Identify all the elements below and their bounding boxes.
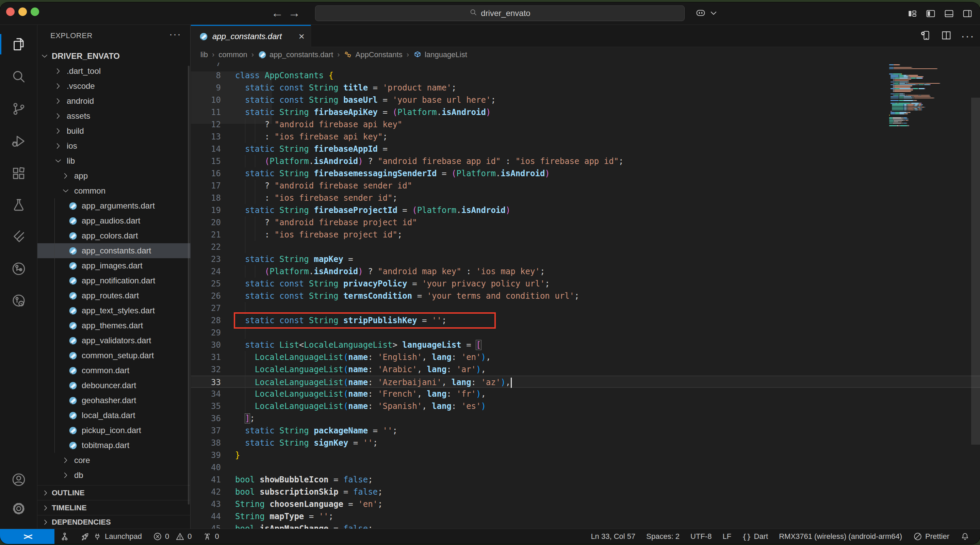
views-more-actions-icon[interactable]: ··· bbox=[169, 28, 181, 40]
formatter-status[interactable]: Prettier bbox=[907, 529, 955, 544]
toggle-secondary-sidebar-button[interactable] bbox=[961, 7, 974, 20]
code-line-34[interactable]: 34 LocaleLanguageList(name: 'French', la… bbox=[191, 388, 980, 400]
code-line-38[interactable]: 38 static String signKey = ''; bbox=[191, 437, 980, 449]
code-line-24[interactable]: 24 (Platform.isAndroid) ? "android map k… bbox=[191, 265, 980, 278]
sidebar-scrollbar[interactable] bbox=[188, 66, 189, 505]
copilot-menu-button[interactable] bbox=[695, 6, 719, 21]
code-line-16[interactable]: 16 static String firebasemessagingSender… bbox=[191, 167, 980, 180]
indentation-status[interactable]: Spaces: 2 bbox=[641, 529, 685, 544]
code-line-19[interactable]: 19 static String firebaseProjectId = (Pl… bbox=[191, 204, 980, 216]
code-line-11[interactable]: 11 static String firbaseApiKey = (Platfo… bbox=[191, 106, 980, 118]
code-line-31[interactable]: 31 LocaleLanguageList(name: 'English', l… bbox=[191, 351, 980, 363]
tree-item-app-text-styles-dart[interactable]: app_text_styles.dart bbox=[37, 303, 191, 318]
code-line-12[interactable]: 12 ? "android firebase api key" bbox=[191, 118, 980, 130]
split-editor-icon[interactable] bbox=[940, 30, 952, 43]
code-line-44[interactable]: 44String mapType = ''; bbox=[191, 510, 980, 523]
code-line-14[interactable]: 14 static String firebaseAppId = bbox=[191, 143, 980, 155]
account-icon[interactable] bbox=[0, 467, 37, 492]
tree-item-app-arguments-dart[interactable]: app_arguments.dart bbox=[37, 198, 191, 213]
code-line-8[interactable]: 8class AppConstants { bbox=[191, 69, 980, 82]
tree-item-pickup-icon-dart[interactable]: pickup_icon.dart bbox=[37, 423, 191, 438]
code-line-41[interactable]: 41bool showBubbleIcon = false; bbox=[191, 473, 980, 486]
section-timeline[interactable]: TIMELINE bbox=[37, 500, 191, 515]
code-line-33[interactable]: 33 LocaleLanguageList(name: 'Azerbaijani… bbox=[191, 376, 980, 388]
code-line-10[interactable]: 10 static const String baseUrl = 'your b… bbox=[191, 94, 980, 106]
code-line-40[interactable]: 40 bbox=[191, 461, 980, 473]
tree-item-lib[interactable]: lib bbox=[37, 153, 191, 168]
tree-item-app-validators-dart[interactable]: app_validators.dart bbox=[37, 333, 191, 348]
tree-item-app-routes-dart[interactable]: app_routes.dart bbox=[37, 288, 191, 303]
breadcrumb-item-appconstants[interactable]: AppConstants bbox=[344, 50, 402, 59]
activity-item-project-manager[interactable] bbox=[0, 256, 37, 281]
code-line-32[interactable]: 32 LocaleLanguageList(name: 'Arabic', la… bbox=[191, 363, 980, 376]
notifications-status[interactable] bbox=[955, 529, 975, 544]
eol-status[interactable]: LF bbox=[717, 529, 737, 544]
code-line-13[interactable]: 13 : "ios firebase api key"; bbox=[191, 130, 980, 143]
activity-item-extensions[interactable] bbox=[0, 161, 37, 186]
activity-item-run-debug[interactable] bbox=[0, 129, 37, 153]
tab-app-constants[interactable]: app_constants.dart × bbox=[191, 25, 311, 47]
breadcrumb-item-common[interactable]: common bbox=[218, 50, 247, 59]
code-line-17[interactable]: 17 ? "android firebase sender id" bbox=[191, 180, 980, 192]
code-line-39[interactable]: 39} bbox=[191, 449, 980, 461]
code-line-26[interactable]: 26 static const String termsCondition = … bbox=[191, 290, 980, 302]
traffic-minimize-button[interactable] bbox=[18, 8, 27, 16]
code-line-20[interactable]: 20 ? "android firebase project id" bbox=[191, 216, 980, 229]
activity-item-source-control[interactable] bbox=[0, 97, 37, 121]
activity-item-explorer[interactable] bbox=[0, 32, 37, 56]
code-editor[interactable]: 78class AppConstants {9 static const Str… bbox=[191, 63, 980, 529]
tree-item--vscode[interactable]: .vscode bbox=[37, 79, 191, 94]
tree-item-app[interactable]: app bbox=[37, 168, 191, 183]
tree-item-assets[interactable]: assets bbox=[37, 108, 191, 124]
toggle-primary-sidebar-button[interactable] bbox=[924, 7, 937, 20]
code-line-23[interactable]: 23 static String mapKey = bbox=[191, 253, 980, 265]
code-line-22[interactable]: 22 bbox=[191, 241, 980, 253]
code-line-42[interactable]: 42bool subscriptionSkip = false; bbox=[191, 486, 980, 498]
tree-item-app-colors-dart[interactable]: app_colors.dart bbox=[37, 228, 191, 243]
tree-item-driver-envato[interactable]: DRIVER_ENVATO bbox=[37, 49, 191, 64]
code-line-37[interactable]: 37 static String packageName = ''; bbox=[191, 424, 980, 437]
settings-icon[interactable] bbox=[0, 496, 37, 521]
remote-indicator[interactable]: >< bbox=[0, 529, 54, 544]
source-control-status[interactable] bbox=[54, 529, 75, 544]
code-line-43[interactable]: 43String choosenLanguage = 'en'; bbox=[191, 498, 980, 510]
section-outline[interactable]: OUTLINE bbox=[37, 485, 191, 500]
section-dependencies[interactable]: DEPENDENCIES bbox=[37, 515, 191, 529]
tree-item-build[interactable]: build bbox=[37, 124, 191, 138]
tab-close-icon[interactable]: × bbox=[298, 31, 305, 41]
tree-item-local-data-dart[interactable]: local_data.dart bbox=[37, 408, 191, 423]
more-actions-icon[interactable]: ··· bbox=[961, 29, 975, 43]
tree-item-tobitmap-dart[interactable]: tobitmap.dart bbox=[37, 438, 191, 453]
tree-item-app-audios-dart[interactable]: app_audios.dart bbox=[37, 213, 191, 228]
problems-status[interactable]: 00 bbox=[147, 529, 197, 544]
activity-item-flutter[interactable] bbox=[0, 224, 37, 249]
code-line-45[interactable]: 45bool isAppMapChange = false; bbox=[191, 523, 980, 529]
traffic-zoom-button[interactable] bbox=[30, 8, 39, 16]
tree-item-geohasher-dart[interactable]: geohasher.dart bbox=[37, 393, 191, 408]
forward-arrow-icon[interactable]: → bbox=[287, 2, 302, 25]
launchpad-status[interactable]: Launchpad bbox=[75, 529, 147, 544]
tree-item-common-setup-dart[interactable]: common_setup.dart bbox=[37, 348, 191, 363]
code-line-30[interactable]: 30 static List<LocaleLanguageList> langu… bbox=[191, 339, 980, 351]
run-on-device-icon[interactable] bbox=[920, 30, 932, 43]
code-line-36[interactable]: 36 ]; bbox=[191, 412, 980, 424]
breadcrumb-item-lib[interactable]: lib bbox=[200, 50, 208, 59]
traffic-close-button[interactable] bbox=[6, 8, 14, 16]
tree-item-common[interactable]: common bbox=[37, 183, 191, 198]
device-status[interactable]: RMX3761 (wireless) (android-arm64) bbox=[773, 529, 907, 544]
code-line-9[interactable]: 9 static const String title = 'product n… bbox=[191, 82, 980, 94]
encoding-status[interactable]: UTF-8 bbox=[685, 529, 717, 544]
tree-item-app-images-dart[interactable]: app_images.dart bbox=[37, 258, 191, 273]
cursor-position-status[interactable]: Ln 33, Col 57 bbox=[585, 529, 641, 544]
code-line-18[interactable]: 18 : "ios firebase sender id"; bbox=[191, 192, 980, 204]
tree-item-app-notification-dart[interactable]: app_notification.dart bbox=[37, 273, 191, 288]
activity-item-search[interactable] bbox=[0, 64, 37, 89]
activity-item-project-manager-alt[interactable] bbox=[0, 289, 37, 313]
tree-item-app-constants-dart[interactable]: app_constants.dart bbox=[37, 243, 191, 258]
breadcrumb-item-app-constants-dart[interactable]: app_constants.dart bbox=[258, 50, 333, 59]
code-line-25[interactable]: 25 static const String privacyPolicy = '… bbox=[191, 278, 980, 290]
tree-item-core[interactable]: core bbox=[37, 453, 191, 468]
tree-item-ios[interactable]: ios bbox=[37, 138, 191, 153]
breadcrumb-item-languagelist[interactable]: languageList bbox=[413, 50, 467, 59]
layout-customize-button[interactable] bbox=[906, 7, 919, 20]
